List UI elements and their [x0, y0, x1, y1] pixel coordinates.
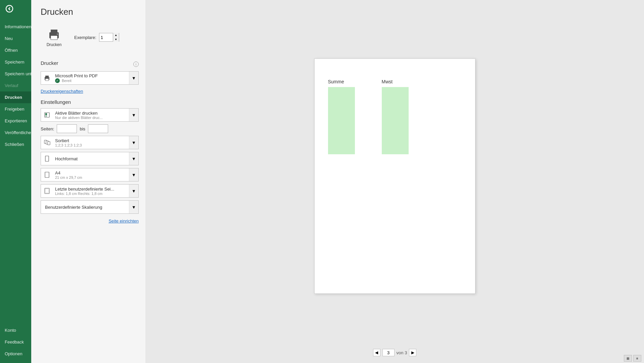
bis-label: bis — [80, 126, 85, 131]
hochformat-content: Hochformat — [53, 152, 129, 165]
aktive-blaetter-label: Aktive Blätter drucken — [55, 111, 127, 116]
seiten-to-input[interactable] — [88, 124, 108, 133]
margins-dropdown[interactable]: Letzte benutzerdefinierte Sei... Links: … — [41, 184, 139, 198]
content-area: Drucken Drucken Exemplare: — [31, 0, 644, 363]
sidebar: Informationen Neu Öffnen Speichern Speic… — [0, 0, 31, 363]
svg-rect-16 — [45, 172, 49, 177]
exemplare-row: Exemplare: ▲ ▼ — [74, 33, 119, 42]
a4-arrow[interactable]: ▼ — [129, 168, 138, 181]
svg-point-0 — [6, 5, 13, 12]
drucker-status: Bereit — [62, 79, 72, 83]
margins-icon — [41, 185, 53, 197]
back-button[interactable] — [3, 2, 16, 15]
sortiert-icon — [41, 136, 53, 149]
sidebar-item-optionen[interactable]: Optionen — [0, 348, 31, 360]
spinner-down[interactable]: ▼ — [113, 37, 119, 42]
preview-mwst-bar — [382, 87, 409, 154]
a4-label: A4 — [55, 170, 127, 175]
nav-items: Informationen Neu Öffnen Speichern Speic… — [0, 21, 31, 324]
seiten-row: Seiten: bis — [41, 124, 139, 133]
aktive-blaetter-dropdown[interactable]: Aktive Blätter drucken Nur die aktiven B… — [41, 108, 139, 122]
svg-rect-3 — [51, 36, 57, 40]
exemplare-label: Exemplare: — [74, 35, 96, 40]
einstellungen-section-header: Einstellungen — [41, 99, 139, 105]
aktive-blaetter-icon — [41, 109, 53, 121]
sidebar-item-drucken[interactable]: Drucken — [0, 91, 31, 103]
svg-rect-18 — [45, 189, 49, 193]
spinner-buttons: ▲ ▼ — [113, 33, 119, 42]
page-next-button[interactable]: ▶ — [409, 349, 416, 356]
sidebar-item-verlauf: Verlauf — [0, 80, 31, 91]
aktive-blaetter-arrow[interactable]: ▼ — [129, 109, 138, 121]
preview-container: Summe Mwst — [152, 7, 637, 346]
printer-status-row: ✓ Bereit — [55, 78, 127, 83]
drucker-section-header: Drucker — [41, 60, 58, 66]
a4-icon — [41, 168, 53, 181]
margins-label: Letzte benutzerdefinierte Sei... — [55, 187, 127, 192]
sidebar-item-feedback[interactable]: Feedback — [0, 336, 31, 348]
info-icon[interactable]: i — [133, 62, 139, 67]
page-navigation: ◀ von 3 ▶ — [373, 349, 417, 356]
sidebar-item-exportieren[interactable]: Exportieren — [0, 115, 31, 127]
seiten-label: Seiten: — [41, 126, 54, 131]
preview-area: Summe Mwst ◀ von 3 ▶ — [145, 0, 644, 363]
preview-page: Summe Mwst — [314, 58, 475, 294]
a4-sub: 21 cm x 29,7 cm — [55, 175, 127, 179]
main-content: Drucken Drucken Exemplare: — [31, 0, 644, 363]
preview-summe-bar — [328, 87, 355, 154]
margins-arrow[interactable]: ▼ — [129, 185, 138, 197]
page-prev-button[interactable]: ◀ — [373, 349, 380, 356]
sidebar-item-veroeffentlichen[interactable]: Veröffentlichen — [0, 127, 31, 138]
margins-sub: Links: 1,8 cm Rechts: 1,8 cm — [55, 192, 127, 196]
seiten-to-field[interactable] — [88, 126, 108, 131]
page-number-input[interactable] — [382, 349, 395, 356]
aktive-blaetter-content: Aktive Blätter drucken Nur die aktiven B… — [53, 109, 129, 121]
print-button[interactable]: Drucken — [41, 24, 67, 51]
exemplare-spinner[interactable]: ▲ ▼ — [99, 33, 119, 42]
sidebar-item-oeffnen[interactable]: Öffnen — [0, 44, 31, 56]
drucker-dropdown[interactable]: Microsoft Print to PDF ✓ Bereit ▼ — [41, 71, 139, 85]
a4-dropdown[interactable]: A4 21 cm x 29,7 cm ▼ — [41, 168, 139, 182]
druckereigenschaften-link[interactable]: Druckereigenschaften — [41, 89, 83, 94]
skalierung-content: Benutzerdefinierte Skalierung — [41, 201, 129, 213]
sortiert-dropdown[interactable]: Sortiert 1;2;3 1;2;3 1;2;3 ▼ — [41, 136, 139, 149]
sidebar-item-schliessen[interactable]: Schließen — [0, 138, 31, 150]
sidebar-item-neu[interactable]: Neu — [0, 33, 31, 44]
view-icon-1[interactable]: ⊞ — [624, 355, 632, 362]
sidebar-item-speichern[interactable]: Speichern — [0, 56, 31, 68]
preview-mwst-header: Mwst — [382, 79, 393, 84]
seite-einrichten-link[interactable]: Seite einrichten — [108, 218, 139, 224]
svg-rect-11 — [45, 115, 47, 117]
hochformat-label: Hochformat — [55, 156, 127, 161]
svg-rect-2 — [51, 30, 57, 33]
hochformat-dropdown[interactable]: Hochformat ▼ — [41, 152, 139, 165]
spinner-up[interactable]: ▲ — [113, 33, 119, 37]
aktive-blaetter-sub: Nur die aktiven Blätter druc... — [55, 116, 127, 120]
sortiert-arrow[interactable]: ▼ — [129, 136, 138, 149]
svg-rect-14 — [48, 142, 50, 145]
view-icon-2[interactable]: ≡ — [633, 355, 641, 362]
a4-content: A4 21 cm x 29,7 cm — [53, 168, 129, 181]
sidebar-item-konto[interactable]: Konto — [0, 324, 31, 336]
sortiert-content: Sortiert 1;2;3 1;2;3 1;2;3 — [53, 136, 129, 149]
skalierung-dropdown[interactable]: Benutzerdefinierte Skalierung ▼ — [41, 200, 139, 214]
seiten-from-input[interactable] — [57, 124, 77, 133]
svg-rect-15 — [45, 156, 49, 161]
skalierung-arrow[interactable]: ▼ — [129, 201, 138, 213]
exemplare-input[interactable] — [99, 33, 113, 41]
sidebar-item-informationen[interactable]: Informationen — [0, 21, 31, 33]
sidebar-item-freigeben[interactable]: Freigeben — [0, 103, 31, 115]
hochformat-arrow[interactable]: ▼ — [129, 152, 138, 165]
sidebar-item-speichern-unter[interactable]: Speichern unter — [0, 68, 31, 80]
page-total-text: von 3 — [397, 350, 407, 355]
drucker-dropdown-arrow[interactable]: ▼ — [129, 72, 138, 84]
seiten-from-field[interactable] — [57, 126, 77, 131]
drucker-header-row: Drucker i — [41, 59, 139, 69]
printer-icon — [41, 72, 53, 84]
status-indicator: ✓ — [55, 78, 60, 83]
svg-rect-7 — [45, 79, 49, 81]
print-btn-area: Drucken Exemplare: ▲ ▼ — [41, 24, 139, 51]
svg-rect-4 — [57, 34, 58, 35]
sortiert-label: Sortiert — [55, 138, 127, 143]
sortiert-sub: 1;2;3 1;2;3 1;2;3 — [55, 143, 127, 147]
